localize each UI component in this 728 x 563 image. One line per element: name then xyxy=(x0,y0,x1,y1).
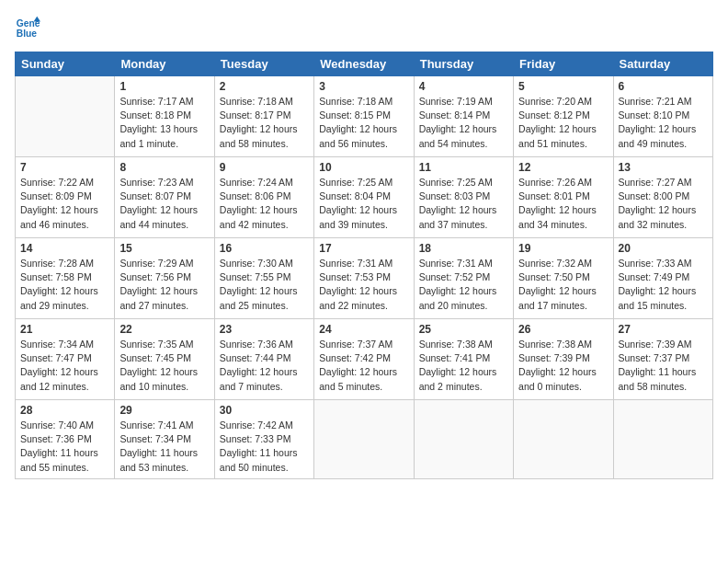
day-info: Sunrise: 7:37 AM Sunset: 7:42 PM Dayligh… xyxy=(319,338,408,394)
calendar-cell: 12Sunrise: 7:26 AM Sunset: 8:01 PM Dayli… xyxy=(514,157,613,238)
day-number: 8 xyxy=(119,161,209,174)
day-info: Sunrise: 7:29 AM Sunset: 7:56 PM Dayligh… xyxy=(119,257,209,313)
day-info: Sunrise: 7:33 AM Sunset: 7:49 PM Dayligh… xyxy=(619,257,708,313)
day-info: Sunrise: 7:35 AM Sunset: 7:45 PM Dayligh… xyxy=(119,338,209,394)
calendar-cell: 18Sunrise: 7:31 AM Sunset: 7:52 PM Dayli… xyxy=(414,238,513,319)
calendar-cell: 4Sunrise: 7:19 AM Sunset: 8:14 PM Daylig… xyxy=(414,76,513,157)
day-number: 2 xyxy=(220,80,309,93)
day-info: Sunrise: 7:19 AM Sunset: 8:14 PM Dayligh… xyxy=(419,95,508,151)
calendar-cell xyxy=(414,400,513,479)
day-info: Sunrise: 7:30 AM Sunset: 7:55 PM Dayligh… xyxy=(220,257,309,313)
day-info: Sunrise: 7:25 AM Sunset: 8:03 PM Dayligh… xyxy=(419,176,508,232)
day-number: 15 xyxy=(119,242,209,255)
calendar-cell: 1Sunrise: 7:17 AM Sunset: 8:18 PM Daylig… xyxy=(115,76,214,157)
day-number: 3 xyxy=(319,80,408,93)
day-info: Sunrise: 7:31 AM Sunset: 7:53 PM Dayligh… xyxy=(319,257,408,313)
week-row: 1Sunrise: 7:17 AM Sunset: 8:18 PM Daylig… xyxy=(16,76,713,157)
calendar-cell: 8Sunrise: 7:23 AM Sunset: 8:07 PM Daylig… xyxy=(115,157,214,238)
day-number: 9 xyxy=(220,161,309,174)
week-row: 14Sunrise: 7:28 AM Sunset: 7:58 PM Dayli… xyxy=(16,238,713,319)
day-number: 23 xyxy=(220,323,309,336)
day-number: 11 xyxy=(419,161,508,174)
calendar-cell: 7Sunrise: 7:22 AM Sunset: 8:09 PM Daylig… xyxy=(16,157,115,238)
day-info: Sunrise: 7:22 AM Sunset: 8:09 PM Dayligh… xyxy=(20,176,109,232)
day-info: Sunrise: 7:17 AM Sunset: 8:18 PM Dayligh… xyxy=(119,95,209,151)
day-number: 1 xyxy=(119,80,209,93)
weekday-header: Saturday xyxy=(613,52,712,76)
calendar-cell: 14Sunrise: 7:28 AM Sunset: 7:58 PM Dayli… xyxy=(16,238,115,319)
day-number: 28 xyxy=(20,404,109,417)
day-number: 5 xyxy=(518,80,608,93)
calendar-cell xyxy=(514,400,613,479)
day-info: Sunrise: 7:23 AM Sunset: 8:07 PM Dayligh… xyxy=(119,176,209,232)
day-info: Sunrise: 7:26 AM Sunset: 8:01 PM Dayligh… xyxy=(518,176,608,232)
day-info: Sunrise: 7:24 AM Sunset: 8:06 PM Dayligh… xyxy=(220,176,309,232)
week-row: 21Sunrise: 7:34 AM Sunset: 7:47 PM Dayli… xyxy=(16,319,713,400)
calendar-cell: 29Sunrise: 7:41 AM Sunset: 7:34 PM Dayli… xyxy=(115,400,214,479)
calendar-cell xyxy=(314,400,414,479)
day-info: Sunrise: 7:39 AM Sunset: 7:37 PM Dayligh… xyxy=(619,338,708,394)
calendar-cell: 13Sunrise: 7:27 AM Sunset: 8:00 PM Dayli… xyxy=(613,157,712,238)
day-number: 21 xyxy=(20,323,109,336)
day-info: Sunrise: 7:18 AM Sunset: 8:17 PM Dayligh… xyxy=(220,95,309,151)
day-info: Sunrise: 7:38 AM Sunset: 7:39 PM Dayligh… xyxy=(518,338,608,394)
week-row: 28Sunrise: 7:40 AM Sunset: 7:36 PM Dayli… xyxy=(16,400,713,479)
day-number: 19 xyxy=(518,242,608,255)
calendar-cell: 17Sunrise: 7:31 AM Sunset: 7:53 PM Dayli… xyxy=(314,238,414,319)
calendar-cell: 20Sunrise: 7:33 AM Sunset: 7:49 PM Dayli… xyxy=(613,238,712,319)
calendar-cell: 16Sunrise: 7:30 AM Sunset: 7:55 PM Dayli… xyxy=(214,238,313,319)
calendar-cell: 5Sunrise: 7:20 AM Sunset: 8:12 PM Daylig… xyxy=(514,76,613,157)
day-info: Sunrise: 7:40 AM Sunset: 7:36 PM Dayligh… xyxy=(20,419,109,475)
day-number: 30 xyxy=(220,404,309,417)
calendar-cell: 15Sunrise: 7:29 AM Sunset: 7:56 PM Dayli… xyxy=(115,238,214,319)
day-number: 22 xyxy=(119,323,209,336)
calendar-header-row: SundayMondayTuesdayWednesdayThursdayFrid… xyxy=(16,52,713,76)
day-number: 12 xyxy=(518,161,608,174)
day-info: Sunrise: 7:18 AM Sunset: 8:15 PM Dayligh… xyxy=(319,95,408,151)
day-info: Sunrise: 7:38 AM Sunset: 7:41 PM Dayligh… xyxy=(419,338,508,394)
calendar-cell: 25Sunrise: 7:38 AM Sunset: 7:41 PM Dayli… xyxy=(414,319,513,400)
calendar-cell: 22Sunrise: 7:35 AM Sunset: 7:45 PM Dayli… xyxy=(115,319,214,400)
logo: General Blue xyxy=(15,15,44,40)
calendar-cell: 6Sunrise: 7:21 AM Sunset: 8:10 PM Daylig… xyxy=(613,76,712,157)
day-number: 18 xyxy=(419,242,508,255)
day-info: Sunrise: 7:25 AM Sunset: 8:04 PM Dayligh… xyxy=(319,176,408,232)
week-row: 7Sunrise: 7:22 AM Sunset: 8:09 PM Daylig… xyxy=(16,157,713,238)
calendar: SundayMondayTuesdayWednesdayThursdayFrid… xyxy=(15,52,713,479)
weekday-header: Sunday xyxy=(16,52,115,76)
day-info: Sunrise: 7:36 AM Sunset: 7:44 PM Dayligh… xyxy=(220,338,309,394)
day-number: 17 xyxy=(319,242,408,255)
logo-icon: General Blue xyxy=(15,15,40,40)
weekday-header: Thursday xyxy=(414,52,513,76)
day-number: 7 xyxy=(20,161,109,174)
calendar-cell: 27Sunrise: 7:39 AM Sunset: 7:37 PM Dayli… xyxy=(613,319,712,400)
weekday-header: Monday xyxy=(115,52,214,76)
calendar-cell: 28Sunrise: 7:40 AM Sunset: 7:36 PM Dayli… xyxy=(16,400,115,479)
day-number: 25 xyxy=(419,323,508,336)
day-info: Sunrise: 7:20 AM Sunset: 8:12 PM Dayligh… xyxy=(518,95,608,151)
day-number: 4 xyxy=(419,80,508,93)
calendar-cell: 24Sunrise: 7:37 AM Sunset: 7:42 PM Dayli… xyxy=(314,319,414,400)
day-number: 13 xyxy=(619,161,708,174)
calendar-cell xyxy=(16,76,115,157)
weekday-header: Wednesday xyxy=(314,52,414,76)
calendar-cell: 9Sunrise: 7:24 AM Sunset: 8:06 PM Daylig… xyxy=(214,157,313,238)
day-number: 10 xyxy=(319,161,408,174)
calendar-cell xyxy=(613,400,712,479)
day-number: 16 xyxy=(220,242,309,255)
calendar-cell: 11Sunrise: 7:25 AM Sunset: 8:03 PM Dayli… xyxy=(414,157,513,238)
day-number: 24 xyxy=(319,323,408,336)
day-number: 14 xyxy=(20,242,109,255)
weekday-header: Friday xyxy=(514,52,613,76)
day-info: Sunrise: 7:32 AM Sunset: 7:50 PM Dayligh… xyxy=(518,257,608,313)
calendar-cell: 21Sunrise: 7:34 AM Sunset: 7:47 PM Dayli… xyxy=(16,319,115,400)
calendar-cell: 19Sunrise: 7:32 AM Sunset: 7:50 PM Dayli… xyxy=(514,238,613,319)
day-number: 20 xyxy=(619,242,708,255)
day-number: 27 xyxy=(619,323,708,336)
calendar-cell: 2Sunrise: 7:18 AM Sunset: 8:17 PM Daylig… xyxy=(214,76,313,157)
day-info: Sunrise: 7:41 AM Sunset: 7:34 PM Dayligh… xyxy=(119,419,209,475)
day-info: Sunrise: 7:27 AM Sunset: 8:00 PM Dayligh… xyxy=(619,176,708,232)
calendar-cell: 26Sunrise: 7:38 AM Sunset: 7:39 PM Dayli… xyxy=(514,319,613,400)
day-info: Sunrise: 7:21 AM Sunset: 8:10 PM Dayligh… xyxy=(619,95,708,151)
calendar-cell: 3Sunrise: 7:18 AM Sunset: 8:15 PM Daylig… xyxy=(314,76,414,157)
